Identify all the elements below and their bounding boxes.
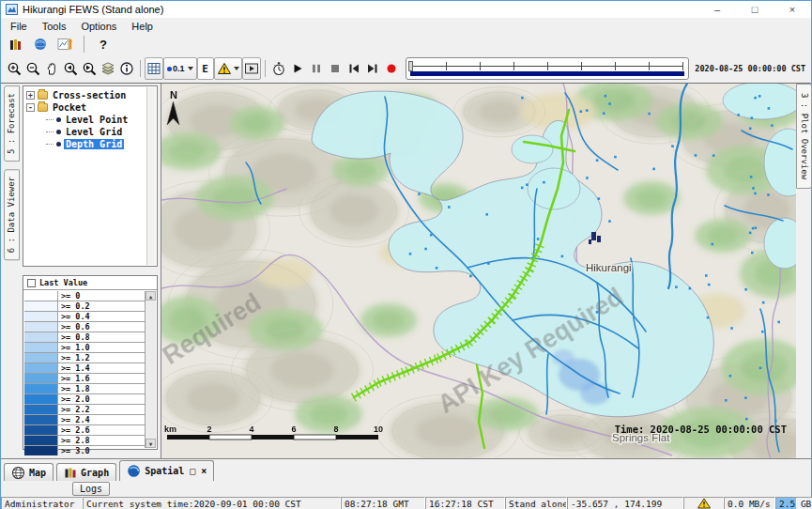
timeline-tick [649,62,650,70]
status-bar: Administrator Current system time:2020-0… [1,497,811,509]
tree-scrollbar[interactable] [146,87,156,265]
globe-icon[interactable] [31,34,50,54]
timeline-handle[interactable] [408,61,413,71]
warning-dropdown[interactable] [214,57,242,80]
legend-row[interactable]: >= 2.2 [24,405,145,415]
close-button[interactable]: × [774,1,811,18]
legend-row[interactable]: >= 0 [24,291,145,301]
legend-label: >= 1.6 [58,374,90,383]
menu-bar: File Tools Options Help [1,18,811,34]
legend-row[interactable]: >= 0.6 [24,322,145,332]
timeline-slider[interactable] [406,57,689,80]
timeline-tick [547,62,548,70]
panel-close-icon[interactable]: × [201,466,207,476]
panel-maximize-icon[interactable]: □ [190,466,195,476]
scroll-down-icon[interactable]: ▼ [146,439,156,448]
maximize-button[interactable]: □ [736,1,774,18]
contour-scale-dropdown[interactable]: 0.1 [163,57,197,80]
last-value-checkbox[interactable] [27,279,36,287]
map-time-overlay: Time: 2020-08-25 00:00:00 CST [615,424,787,435]
current-timestep-label: 2020-08-25 00:00:00 CST [695,64,807,73]
legend-scrollbar[interactable]: ▲ ▼ [145,291,156,448]
skip-to-start-icon[interactable] [345,58,363,79]
legend-row[interactable]: >= 2.4 [24,415,145,425]
legend-row[interactable]: >= 1.6 [24,374,145,384]
tree-item-cross-section[interactable]: + Cross-section [23,89,157,101]
legend-swatch [24,436,58,445]
menu-tools[interactable]: Tools [35,21,74,32]
layers-icon[interactable] [99,58,117,79]
legend-swatch [24,301,58,311]
collapse-icon[interactable]: - [26,103,35,112]
animation-export-icon[interactable] [242,57,261,80]
legend-swatch [24,384,58,393]
legend-row[interactable]: >= 2.0 [24,394,145,405]
status-warning[interactable] [683,497,724,509]
legend-row[interactable]: >= 2.6 [24,425,145,436]
help-icon[interactable]: ? [94,34,113,54]
minimize-button[interactable]: – [698,1,736,18]
tree-connector [46,119,54,120]
play-icon[interactable] [288,58,307,79]
longitudinal-profile-button[interactable]: E [197,57,214,80]
window-title: Hikurangi FEWS (Stand alone) [23,4,163,15]
logs-button[interactable]: Logs [72,482,110,496]
bottom-tab-bar: Map Graph Spatial □ × [1,458,811,481]
zoom-out-icon[interactable] [23,58,42,79]
tab-map[interactable]: Map [4,463,54,481]
legend-title: Last Value [39,278,87,287]
legend-rows: >= 0>= 0.2>= 0.4>= 0.6>= 0.8>= 1.0>= 1.2… [24,291,145,448]
tab-data-viewer[interactable]: 6 : Data Viewer [4,169,20,260]
legend-row[interactable]: >= 1.4 [24,363,145,374]
tab-forecast[interactable]: 5 : Forecast [4,85,20,162]
tree-item-pocket[interactable]: - Pocket [23,101,157,114]
globe-blue-icon [127,464,141,478]
grid-display-icon[interactable] [145,57,163,80]
tree-connector [46,144,54,145]
pan-hand-icon[interactable] [42,58,61,79]
legend-label: >= 0.2 [58,301,90,311]
menu-options[interactable]: Options [73,21,124,32]
profile-chart-icon[interactable] [55,34,74,54]
timer-icon[interactable] [269,58,288,79]
map-viewport[interactable]: API Key Required API Key Required Hikura… [161,84,796,458]
tree-item-level-point[interactable]: Level Point [23,114,157,126]
expander-icon[interactable]: + [26,91,35,100]
place-label-hikurangi: Hikurangi [586,262,632,273]
stop-icon[interactable] [326,58,345,79]
legend-row[interactable]: >= 1.8 [24,384,145,394]
legend-swatch [24,415,58,424]
legend-label: >= 2.8 [58,436,90,445]
tree-item-depth-grid[interactable]: Depth Grid [23,138,157,150]
legend-row[interactable]: >= 0.2 [24,301,145,312]
tab-plot-overview[interactable]: 3 : Plot Overview [796,84,812,189]
menu-file[interactable]: File [3,21,35,32]
scroll-up-icon[interactable]: ▲ [146,291,156,301]
pause-icon[interactable] [307,58,326,79]
app-window: Hikurangi FEWS (Stand alone) – □ × File … [0,0,812,509]
status-memory[interactable]: 2.5 GB [775,497,812,509]
tab-spatial[interactable]: Spatial □ × [119,460,214,481]
zoom-previous-icon[interactable] [61,58,80,79]
legend-row[interactable]: >= 0.4 [24,312,145,322]
legend-row[interactable]: >= 1.0 [24,343,145,353]
info-icon[interactable] [117,58,136,79]
time-series-icon[interactable] [7,34,25,54]
main-area: 5 : Forecast 6 : Data Viewer + Cross-sec… [1,84,811,458]
menu-help[interactable]: Help [124,21,161,32]
skip-to-end-icon[interactable] [363,58,382,79]
zoom-in-icon[interactable] [5,58,23,79]
legend-row[interactable]: >= 2.8 [24,436,145,446]
zoom-next-icon[interactable] [80,58,99,79]
tree-item-level-grid[interactable]: Level Grid [23,126,157,138]
legend-swatch [24,322,58,332]
folder-icon [38,103,48,112]
tab-graph[interactable]: Graph [56,463,116,481]
legend-row[interactable]: >= 0.8 [24,332,145,343]
timeline-tick [581,62,582,70]
legend-row[interactable]: >= 1.2 [24,353,145,363]
legend-swatch [24,394,58,404]
legend-row[interactable]: >= 3.0 [24,446,145,455]
record-icon[interactable] [382,58,401,79]
legend-label: >= 1.4 [58,363,90,373]
